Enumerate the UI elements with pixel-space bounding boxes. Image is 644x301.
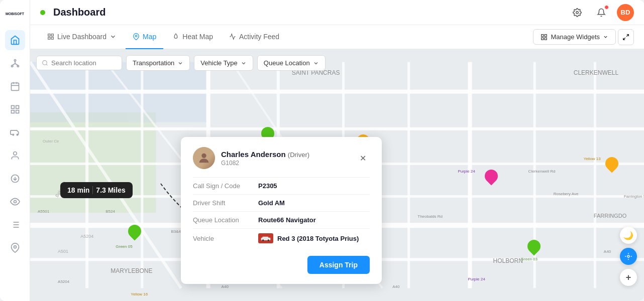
svg-text:Green 03: Green 03	[521, 257, 538, 261]
vehicle-text: Red 3 (2018 Totyota Prius)	[277, 235, 359, 242]
assign-trip-button[interactable]: Assign Trip	[307, 256, 370, 274]
header-actions: BD	[569, 4, 634, 21]
tab-live-dashboard[interactable]: Live Dashboard	[40, 25, 124, 49]
map-pin-pink[interactable]	[485, 170, 498, 183]
queue-location-dropdown[interactable]: Queue Location	[257, 55, 326, 71]
svg-rect-29	[51, 34, 53, 36]
svg-text:Green 05: Green 05	[116, 244, 133, 249]
activity-icon	[229, 33, 236, 40]
svg-text:FARRINGDO: FARRINGDO	[594, 213, 627, 219]
tab-heat-map[interactable]: Heat Map	[165, 25, 220, 49]
map-pin-green2[interactable]	[128, 225, 141, 238]
tab-map[interactable]: Map	[126, 25, 163, 49]
svg-rect-56	[594, 62, 596, 288]
notification-badge	[604, 5, 609, 10]
tab-map-label: Map	[143, 33, 156, 41]
queue-location-row: Queue Location Route66 Navigator	[193, 211, 370, 228]
map-pin-gold2[interactable]	[605, 157, 618, 170]
sidebar-item-vehicle2[interactable]	[5, 169, 25, 189]
popup-footer: Assign Trip	[193, 256, 370, 274]
svg-text:A40: A40	[392, 284, 400, 289]
tab-activity-feed[interactable]: Activity Feed	[222, 25, 286, 49]
sidebar-item-car[interactable]	[5, 122, 25, 142]
sidebar-item-eye[interactable]	[5, 192, 25, 212]
vehicle-icon-box	[258, 233, 273, 243]
sidebar-item-calendar[interactable]	[5, 76, 25, 96]
svg-rect-48	[85, 62, 88, 288]
bell-icon	[597, 8, 606, 17]
search-wrapper[interactable]	[36, 56, 122, 70]
svg-text:Theobalds Rd: Theobalds Rd	[417, 214, 443, 219]
svg-rect-53	[407, 62, 410, 288]
svg-text:A5204: A5204	[80, 234, 93, 239]
fullscreen-button[interactable]	[618, 29, 634, 45]
popup-close-button[interactable]: ✕	[356, 151, 370, 165]
sidebar-item-analytics[interactable]	[5, 99, 25, 119]
driver-name: Charles Anderson (Driver)	[221, 150, 350, 159]
svg-point-19	[14, 201, 16, 203]
map-area[interactable]: SAINT PANCRAS CLERKENWELL MARYLEBONE HOL…	[30, 49, 644, 301]
grid-icon	[47, 33, 54, 40]
svg-text:Rosebery Ave: Rosebery Ave	[554, 192, 579, 196]
dark-mode-button[interactable]: 🌙	[620, 227, 637, 244]
notifications-button[interactable]	[593, 4, 610, 21]
transportation-dropdown[interactable]: Transportation	[126, 55, 190, 71]
zoom-in-button[interactable]: +	[620, 269, 637, 286]
sidebar-item-home[interactable]	[5, 30, 25, 50]
svg-point-93	[43, 61, 47, 65]
svg-point-99	[268, 239, 269, 241]
svg-rect-42	[30, 90, 644, 94]
location-icon	[624, 252, 632, 260]
svg-text:Yellow 16: Yellow 16	[131, 292, 148, 296]
svg-line-38	[623, 38, 625, 40]
vehicle-label: Vehicle	[193, 235, 258, 242]
svg-rect-13	[16, 110, 19, 113]
svg-line-37	[626, 34, 628, 36]
driver-popup: Charles Anderson (Driver) G1082 ✕ Call S…	[181, 137, 382, 284]
svg-text:B524: B524	[105, 209, 115, 214]
svg-point-100	[627, 255, 629, 257]
gear-icon	[573, 8, 582, 17]
svg-text:A40: A40	[604, 249, 611, 254]
queue-location-chevron-icon	[313, 60, 319, 66]
driver-id: G1082	[221, 160, 350, 167]
manage-widgets-button[interactable]: Manage Widgets	[533, 29, 616, 45]
sidebar-item-list[interactable]	[5, 215, 25, 235]
svg-line-5	[15, 64, 18, 65]
svg-text:B3&4: B3&4	[171, 229, 181, 234]
driver-shift-row: Driver Shift Gold AM	[193, 194, 370, 211]
svg-rect-11	[16, 106, 19, 109]
sidebar-item-user[interactable]	[5, 145, 25, 166]
svg-rect-97	[262, 237, 268, 239]
settings-button[interactable]	[569, 4, 586, 21]
svg-text:Purple 24: Purple 24	[458, 169, 475, 174]
map-pin-green3[interactable]	[527, 240, 541, 253]
call-sign-row: Call Sign / Code P2305	[193, 177, 370, 194]
svg-text:A40: A40	[222, 284, 229, 289]
sidebar-item-pin[interactable]	[5, 238, 25, 258]
svg-text:A5204: A5204	[58, 279, 70, 284]
svg-rect-34	[545, 34, 547, 36]
search-icon	[42, 60, 48, 66]
vehicle-type-dropdown[interactable]: Vehicle Type	[194, 55, 253, 71]
driver-shift-value: Gold AM	[258, 199, 285, 207]
svg-point-16	[13, 152, 17, 156]
widgets-icon	[541, 34, 548, 41]
svg-rect-36	[545, 38, 547, 40]
svg-line-4	[12, 64, 15, 65]
svg-text:Farrington St: Farrington St	[624, 194, 644, 199]
sidebar-item-org[interactable]	[5, 53, 25, 73]
svg-point-2	[17, 65, 19, 67]
search-input[interactable]	[51, 59, 117, 67]
filter-bar: Transportation Vehicle Type Queue Locati…	[36, 55, 326, 71]
location-button[interactable]	[620, 248, 637, 265]
svg-rect-30	[48, 37, 50, 39]
user-avatar[interactable]: BD	[617, 4, 634, 21]
car-silhouette-icon	[261, 235, 271, 241]
svg-point-1	[11, 65, 13, 67]
svg-rect-54	[468, 62, 472, 288]
driver-person-icon	[197, 151, 211, 165]
svg-text:Clerkenwell Rd: Clerkenwell Rd	[528, 169, 556, 174]
svg-text:Outer Cir: Outer Cir	[43, 139, 59, 143]
badge-divider	[92, 186, 93, 194]
